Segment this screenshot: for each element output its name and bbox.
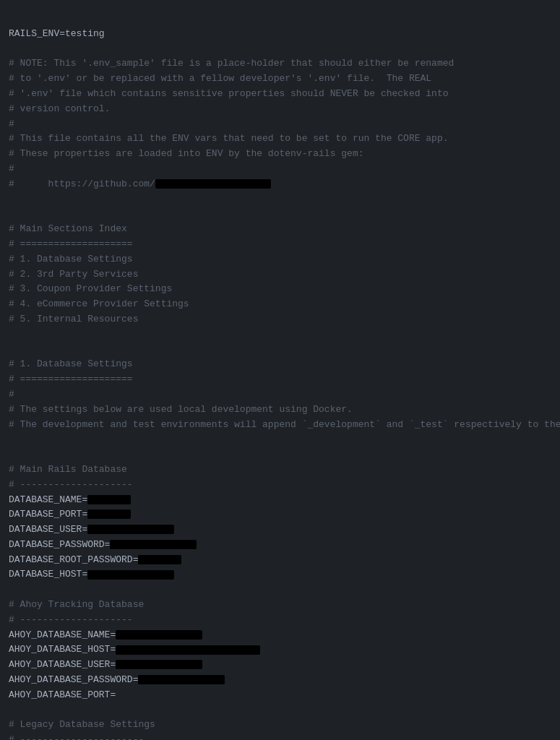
comment-intro-3: # '.env' file which contains sensitive p… — [9, 88, 449, 99]
main-rails-db-label: # Main Rails Database — [9, 464, 127, 475]
section-4: # 4. eCommerce Provider Settings — [9, 298, 189, 309]
ahoy-db-user-line: AHOY_DATABASE_USER= — [9, 659, 202, 670]
rails-env-line: RAILS_ENV=testing — [9, 28, 105, 39]
redacted-ahoy-db-password — [138, 675, 225, 684]
comment-github: # https://github.com/ — [9, 178, 271, 189]
db-section-divider: # ==================== — [9, 374, 133, 384]
legacy-db-divider: # ---------------------- — [9, 734, 144, 740]
db-note-2: # The development and test environments … — [9, 419, 560, 430]
db-note-1: # The settings below are used local deve… — [9, 404, 353, 415]
ahoy-db-password-line: AHOY_DATABASE_PASSWORD= — [9, 674, 225, 685]
comment-intro-1: # NOTE: This '.env_sample' file is a pla… — [9, 58, 454, 69]
redacted-ahoy-db-host — [116, 645, 260, 655]
redacted-db-password — [110, 540, 197, 549]
redacted-db-host — [87, 570, 174, 580]
redacted-db-root-password — [138, 555, 181, 564]
sections-divider: # ==================== — [9, 238, 133, 249]
db-user-line: DATABASE_USER= — [9, 524, 174, 535]
db-host-line: DATABASE_HOST= — [9, 569, 174, 580]
sections-header: # Main Sections Index — [9, 223, 127, 234]
ahoy-db-divider: # -------------------- — [9, 614, 133, 625]
redacted-db-port — [87, 509, 131, 519]
section-1: # 1. Database Settings — [9, 254, 133, 264]
redacted-db-user — [87, 525, 174, 534]
redacted-db-name — [87, 495, 131, 504]
redacted-ahoy-db-name — [116, 630, 202, 640]
section-5: # 5. Internal Resources — [9, 314, 138, 324]
db-section-blank: # — [9, 389, 14, 400]
section-2: # 2. 3rd Party Services — [9, 269, 138, 280]
comment-intro-4: # version control. — [9, 103, 110, 114]
ahoy-db-name-line: AHOY_DATABASE_NAME= — [9, 629, 202, 640]
db-section-header: # 1. Database Settings — [9, 358, 133, 369]
code-content: RAILS_ENV=testing # NOTE: This '.env_sam… — [9, 12, 551, 740]
db-port-line: DATABASE_PORT= — [9, 509, 131, 520]
comment-blank-2: # — [9, 163, 14, 174]
comment-intro-5: # This file contains all the ENV vars th… — [9, 133, 449, 144]
legacy-db-label: # Legacy Database Settings — [9, 719, 155, 730]
comment-intro-6: # These properties are loaded into ENV b… — [9, 148, 363, 159]
redacted-github-url — [155, 179, 271, 189]
ahoy-db-label: # Ahoy Tracking Database — [9, 599, 144, 610]
comment-blank-1: # — [9, 119, 14, 129]
main-rails-db-divider: # -------------------- — [9, 479, 133, 490]
db-name-line: DATABASE_NAME= — [9, 494, 131, 505]
redacted-ahoy-db-user — [116, 660, 202, 669]
ahoy-db-port-line: AHOY_DATABASE_PORT= — [9, 689, 116, 700]
db-password-line: DATABASE_PASSWORD= — [9, 539, 197, 550]
ahoy-db-host-line: AHOY_DATABASE_HOST= — [9, 644, 260, 655]
section-3: # 3. Coupon Provider Settings — [9, 283, 172, 294]
db-root-password-line: DATABASE_ROOT_PASSWORD= — [9, 554, 181, 565]
comment-intro-2: # to '.env' or be replaced with a fellow… — [9, 73, 431, 84]
